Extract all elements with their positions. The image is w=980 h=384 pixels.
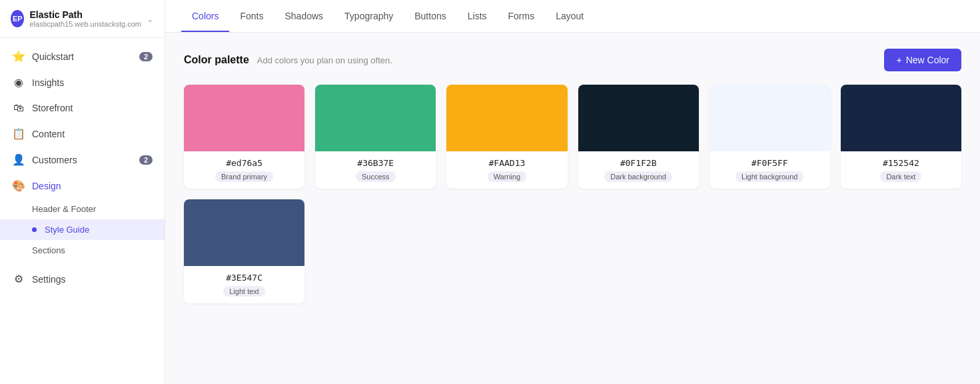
- color-hex: #FAAD13: [489, 158, 526, 168]
- content-header: Color palette Add colors you plan on usi…: [184, 49, 961, 71]
- tab-typography[interactable]: Typography: [334, 0, 404, 32]
- tab-lists[interactable]: Lists: [457, 0, 498, 32]
- sidebar-item-content[interactable]: 📋 Content: [0, 121, 165, 147]
- header-left: Color palette Add colors you plan on usi…: [184, 54, 392, 66]
- sidebar-header: EP Elastic Path elasticpath15.web.unstac…: [0, 0, 165, 38]
- new-color-button[interactable]: + New Color: [884, 49, 961, 71]
- color-swatch: [841, 85, 961, 151]
- new-color-label: New Color: [906, 55, 949, 65]
- sidebar: EP Elastic Path elasticpath15.web.unstac…: [0, 0, 165, 384]
- color-swatch: [315, 85, 436, 151]
- palette-title: Color palette: [184, 54, 249, 66]
- plus-icon: +: [896, 55, 901, 65]
- color-swatch: [184, 85, 304, 151]
- tab-colors[interactable]: Colors: [181, 0, 229, 32]
- sidebar-item-style-guide[interactable]: Style Guide: [0, 219, 165, 240]
- color-label: Dark text: [880, 171, 921, 182]
- palette-subtitle: Add colors you plan on using often.: [257, 55, 392, 65]
- design-icon: 🎨: [12, 179, 25, 192]
- color-label: Light background: [735, 171, 803, 182]
- color-hex: #F0F5FF: [751, 158, 788, 168]
- color-card[interactable]: #0F1F2BDark background: [578, 85, 699, 189]
- sub-nav-label: Style Guide: [45, 225, 89, 235]
- brand-info: Elastic Path elasticpath15.web.unstackst…: [29, 9, 141, 28]
- insights-icon: ◉: [12, 76, 25, 89]
- tab-fonts[interactable]: Fonts: [229, 0, 274, 32]
- color-card[interactable]: #152542Dark text: [841, 85, 961, 189]
- color-hex: #36B37E: [357, 158, 394, 168]
- active-indicator: [32, 227, 37, 232]
- color-swatch: [446, 85, 567, 151]
- color-label: Dark background: [604, 171, 672, 182]
- brand-url: elasticpath15.web.unstackstg.com: [29, 20, 141, 28]
- tab-layout[interactable]: Layout: [545, 0, 594, 32]
- color-info: #FAAD13Warning: [446, 151, 567, 189]
- sidebar-item-label: Customers: [32, 155, 77, 165]
- color-info: #0F1F2BDark background: [578, 151, 699, 189]
- color-grid: #ed76a5Brand primary#36B37ESuccess#FAAD1…: [184, 85, 961, 303]
- sidebar-item-quickstart[interactable]: ⭐ Quickstart 2: [0, 43, 165, 69]
- color-hex: #152542: [883, 158, 919, 168]
- customers-badge: 2: [139, 155, 153, 165]
- color-hex: #ed76a5: [226, 158, 262, 168]
- color-swatch: [710, 85, 830, 151]
- design-sub-nav: Header & Footer Style Guide Sections: [0, 199, 165, 266]
- color-card[interactable]: #36B37ESuccess: [315, 85, 436, 189]
- color-info: #36B37ESuccess: [315, 151, 436, 189]
- brand-logo: EP: [11, 10, 24, 27]
- sub-nav-label: Header & Footer: [32, 204, 96, 214]
- sidebar-item-label: Content: [32, 129, 65, 139]
- sidebar-item-label: Insights: [32, 77, 64, 88]
- sidebar-item-storefront[interactable]: 🛍 Storefront: [0, 95, 165, 121]
- color-hex: #0F1F2B: [620, 158, 657, 168]
- sidebar-item-label: Quickstart: [32, 51, 74, 62]
- sidebar-item-customers[interactable]: 👤 Customers 2: [0, 147, 165, 173]
- sidebar-item-settings[interactable]: ⚙ Settings: [0, 266, 165, 292]
- color-label: Brand primary: [215, 171, 273, 182]
- color-hex: #3E547C: [226, 273, 262, 283]
- sidebar-item-design[interactable]: 🎨 Design: [0, 173, 165, 199]
- star-icon: ⭐: [12, 50, 25, 63]
- tabs-bar: Colors Fonts Shadows Typography Buttons …: [165, 0, 980, 33]
- sidebar-item-label: Storefront: [32, 103, 73, 113]
- color-label: Warning: [488, 171, 527, 182]
- tab-shadows[interactable]: Shadows: [274, 0, 334, 32]
- main-content: Colors Fonts Shadows Typography Buttons …: [165, 0, 980, 384]
- color-row-2: #3E547CLight text: [184, 199, 961, 303]
- sidebar-item-sections[interactable]: Sections: [0, 240, 165, 261]
- main-nav: ⭐ Quickstart 2 ◉ Insights 🛍 Storefront 📋…: [0, 38, 165, 384]
- sub-nav-label: Sections: [32, 245, 65, 255]
- color-label: Light text: [223, 286, 265, 297]
- sidebar-item-insights[interactable]: ◉ Insights: [0, 69, 165, 95]
- color-label: Success: [356, 171, 396, 182]
- color-info: #ed76a5Brand primary: [184, 151, 304, 189]
- color-info: #F0F5FFLight background: [710, 151, 830, 189]
- content-area: Color palette Add colors you plan on usi…: [165, 33, 980, 384]
- color-card[interactable]: #FAAD13Warning: [446, 85, 567, 189]
- tab-forms[interactable]: Forms: [498, 0, 546, 32]
- color-row-1: #ed76a5Brand primary#36B37ESuccess#FAAD1…: [184, 85, 961, 189]
- quickstart-badge: 2: [139, 52, 153, 61]
- sidebar-item-label: Design: [32, 181, 61, 191]
- storefront-icon: 🛍: [12, 102, 25, 114]
- color-swatch: [184, 199, 304, 266]
- tab-buttons[interactable]: Buttons: [404, 0, 456, 32]
- color-card[interactable]: #ed76a5Brand primary: [184, 85, 304, 189]
- color-info: #152542Dark text: [841, 151, 961, 189]
- settings-icon: ⚙: [12, 273, 25, 285]
- color-card[interactable]: #3E547CLight text: [184, 199, 304, 303]
- sidebar-item-header-footer[interactable]: Header & Footer: [0, 199, 165, 219]
- color-card[interactable]: #F0F5FFLight background: [710, 85, 830, 189]
- sidebar-item-label: Settings: [32, 274, 66, 285]
- content-icon: 📋: [12, 127, 25, 140]
- brand-name: Elastic Path: [29, 9, 141, 20]
- color-swatch: [578, 85, 699, 151]
- customers-icon: 👤: [12, 153, 25, 166]
- color-info: #3E547CLight text: [184, 266, 304, 303]
- chevron-down-icon[interactable]: ⌄: [147, 14, 154, 24]
